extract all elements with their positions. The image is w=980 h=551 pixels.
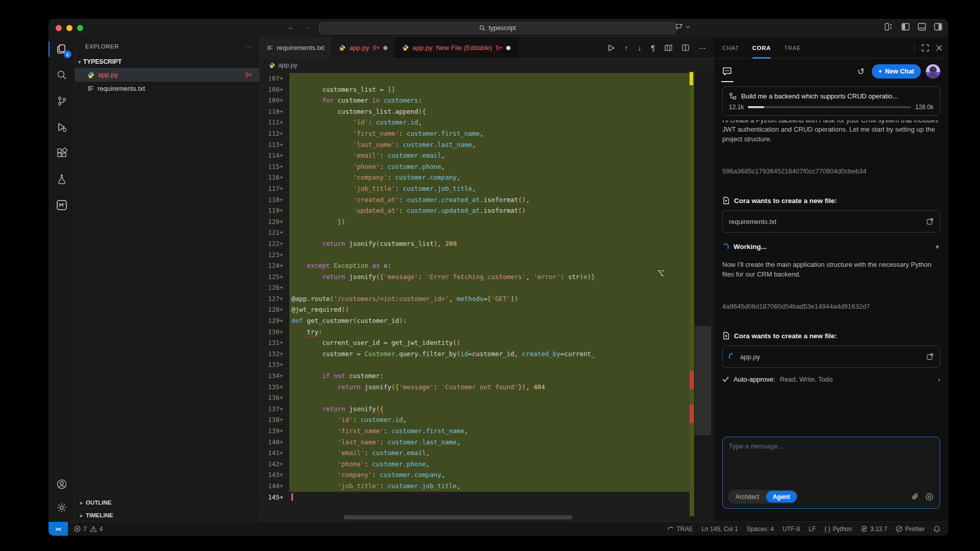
close-panel-icon[interactable] (936, 45, 942, 51)
code-line[interactable]: 118+ 'created_at': customer.created_at.i… (260, 194, 690, 206)
code-line[interactable]: 144+ 'job_title': customer.job_title, (260, 481, 690, 492)
code-line[interactable]: 114+ 'email': customer.email, (260, 150, 690, 161)
file-card-app-py[interactable]: app.py (722, 345, 940, 368)
code-line[interactable]: 138+ 'id': customer.id, (260, 414, 690, 425)
code-line[interactable]: 107+ (260, 73, 690, 84)
nav-forward-icon[interactable]: → (303, 22, 311, 31)
code-line[interactable]: 142+ 'phone': customer.phone, (260, 459, 690, 470)
explorer-icon[interactable]: 1 (55, 42, 68, 56)
chevron-down-icon[interactable]: ▼ (935, 244, 940, 250)
message-input[interactable] (729, 442, 934, 483)
code-line[interactable]: 145+ (260, 492, 690, 503)
code-line[interactable]: 129+def get_customer(customer_id): (260, 315, 690, 327)
history-icon[interactable]: ↺ (857, 66, 864, 77)
open-external-icon[interactable] (926, 353, 934, 360)
code-line[interactable]: 132+ customer = Customer.query.filter_by… (260, 348, 690, 360)
code-line[interactable]: 121+ (260, 227, 690, 238)
tab-requirements-txt[interactable]: requirements.txt (260, 37, 332, 58)
notifications-bell-icon[interactable] (934, 525, 940, 533)
tab-cora[interactable]: CORA (752, 37, 771, 59)
code-line[interactable]: 130+ try: (260, 327, 690, 338)
user-avatar[interactable] (926, 64, 940, 79)
conversation-tab[interactable] (722, 59, 732, 84)
file-row-requirements-txt[interactable]: requirements.txt (75, 82, 259, 95)
code-line[interactable]: 126+ (260, 282, 690, 293)
code-line[interactable]: 125+ return jsonify({'message': 'Error f… (260, 271, 690, 283)
remote-indicator[interactable]: >< (48, 522, 68, 536)
overview-ruler[interactable] (690, 72, 714, 521)
timeline-section[interactable]: ▸ TIMELINE (75, 509, 259, 521)
code-line[interactable]: 134+ if not customer: (260, 370, 690, 382)
code-line[interactable]: 137+ return jsonify({ (260, 404, 690, 415)
working-status[interactable]: Working... ▼ (722, 243, 940, 251)
sidebar-more-actions[interactable]: ⋯ (246, 43, 253, 50)
mode-architect-button[interactable]: Architect (729, 491, 766, 503)
run-debug-icon[interactable] (55, 120, 68, 134)
scroll-up-icon[interactable]: ↑ (624, 44, 628, 52)
code-line[interactable]: 120+ }) (260, 216, 690, 228)
attach-icon[interactable] (912, 493, 919, 500)
code-line[interactable]: 124+ except Exception as e: (260, 260, 690, 271)
python-runtime[interactable]: 3.13.7 (861, 525, 887, 533)
search-sidebar-icon[interactable] (55, 68, 68, 82)
encoding[interactable]: UTF-8 (782, 525, 800, 533)
problems-warnings[interactable]: 4 (90, 525, 103, 533)
message-input-box[interactable]: Architect Agent (722, 437, 940, 509)
breadcrumb-file[interactable]: app.py (278, 62, 298, 69)
code-line[interactable]: 143+ 'company': customer.company, (260, 469, 690, 481)
problems-errors[interactable]: 7 (74, 525, 87, 533)
source-control-icon[interactable] (55, 94, 68, 108)
language-mode[interactable]: { } Python (824, 525, 852, 533)
auto-approve-row[interactable]: Auto-approve: Read, Write, Todo › (722, 375, 940, 383)
split-editor-icon[interactable] (682, 44, 689, 51)
minimize-window-button[interactable] (66, 25, 72, 31)
vertical-scrollbar-thumb[interactable] (695, 326, 711, 435)
run-file-icon[interactable] (608, 44, 615, 52)
nav-back-icon[interactable]: ← (287, 22, 295, 31)
code-line[interactable]: 140+ 'last_name': customer.last_name, (260, 437, 690, 448)
code-line[interactable]: 109+ for customer in customers: (260, 95, 690, 106)
code-line[interactable]: 133+ (260, 359, 690, 370)
docs-tool-icon[interactable] (55, 198, 68, 212)
file-row-app-py[interactable]: app.py 9+ (75, 68, 259, 82)
folder-typescript[interactable]: ▾ TYPESCRIPT (75, 56, 259, 68)
customize-layout-icon[interactable] (885, 23, 893, 31)
code-line[interactable]: 119+ 'updated_at': customer.updated_at.i… (260, 205, 690, 216)
mode-agent-button[interactable]: Agent (766, 491, 797, 503)
code-line[interactable]: 115+ 'phone': customer.phone, (260, 161, 690, 172)
code-line[interactable]: 113+ 'last_name': customer.last_name, (260, 139, 690, 151)
horizontal-scrollbar-thumb[interactable] (344, 515, 573, 519)
modified-dot-icon[interactable] (383, 46, 387, 50)
toggle-right-panel-icon[interactable] (934, 23, 942, 31)
breadcrumb[interactable]: app.py (260, 59, 714, 72)
open-external-icon[interactable] (926, 218, 934, 225)
tab-chat[interactable]: CHAT (722, 37, 739, 59)
tab-trae[interactable]: TRAE (784, 37, 801, 59)
expand-panel-icon[interactable] (922, 44, 929, 52)
code-line[interactable]: 136+ (260, 392, 690, 404)
cursor-position[interactable]: Ln 145, Col 1 (701, 525, 738, 533)
command-center-search[interactable]: typescript (319, 22, 676, 34)
code-line[interactable]: 141+ 'email': customer.email, (260, 447, 690, 459)
new-chat-button[interactable]: + New Chat (872, 64, 921, 79)
code-line[interactable]: 122+ return jsonify(customers_list), 200 (260, 238, 690, 249)
file-card-requirements[interactable]: requirements.txt (722, 210, 940, 233)
context-mention-icon[interactable] (925, 493, 934, 501)
chevron-right-icon[interactable]: › (938, 375, 940, 383)
code-line[interactable]: 108+ customers_list = [] (260, 84, 690, 95)
task-card[interactable]: Build me a backend which supports CRUD o… (722, 86, 940, 116)
minimap-icon[interactable] (665, 44, 672, 51)
eol-sequence[interactable]: LF (808, 525, 816, 533)
chevron-down-icon[interactable] (685, 26, 690, 29)
toggle-left-panel-icon[interactable] (901, 23, 910, 31)
close-window-button[interactable] (56, 25, 62, 31)
formatter-status[interactable]: Prettier (896, 525, 925, 533)
code-line[interactable]: 117+ 'job_title': customer.job_title, (260, 183, 690, 194)
code-line[interactable]: 111+ 'id': customer.id, (260, 117, 690, 128)
scroll-down-icon[interactable]: ↓ (638, 44, 641, 52)
modified-dot-icon[interactable] (506, 46, 510, 50)
indentation[interactable]: Spaces: 4 (747, 525, 774, 533)
whitespace-icon[interactable]: ¶ (651, 44, 655, 52)
toggle-bottom-panel-icon[interactable] (918, 23, 926, 31)
trae-status[interactable]: TRAE (668, 525, 693, 533)
